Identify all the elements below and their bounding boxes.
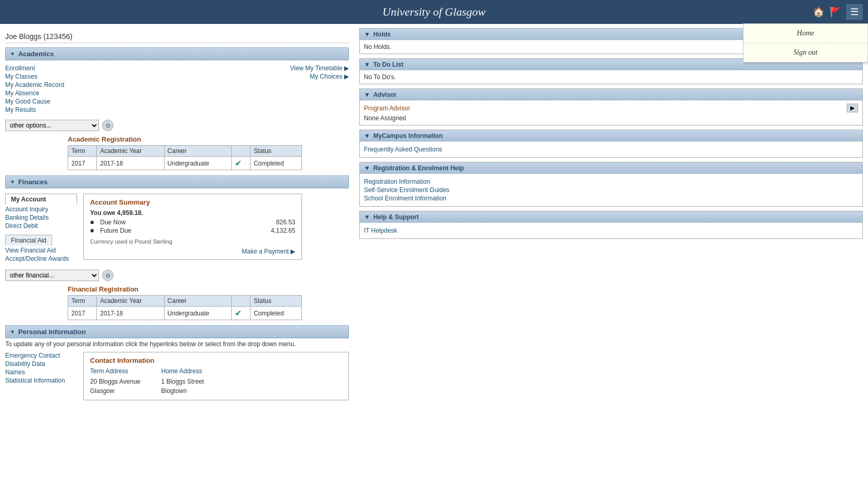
- table-row: 2017 2017-18 Undergraduate ✔ Completed: [68, 307, 302, 320]
- contact-columns: Term Address 20 Bloggs Avenue Glasgow Ho…: [90, 368, 342, 396]
- link-school-enrolment-info[interactable]: School Enrolment Information: [364, 195, 858, 202]
- link-disability-data[interactable]: Disability Data: [5, 360, 78, 368]
- flag-icon-button[interactable]: 🚩: [829, 6, 841, 18]
- link-it-helpdesk[interactable]: IT Helpdesk: [364, 227, 858, 234]
- fin-term: 2017: [68, 307, 97, 320]
- academics-go-button[interactable]: ⊙: [102, 120, 114, 131]
- future-due-label: Future Due: [100, 227, 260, 234]
- advisor-header: ▼ Advisor: [360, 89, 862, 100]
- acad-col-career: Career: [164, 146, 231, 157]
- left-panel: Joe Bloggs (123456) ▼ Academics Enrollme…: [0, 24, 354, 404]
- acad-col-check: [232, 146, 250, 157]
- link-my-classes[interactable]: My Classes: [5, 73, 64, 80]
- academics-label: Academics: [18, 50, 54, 58]
- academics-section: ▼ Academics Enrollment My Classes My Aca…: [5, 47, 349, 170]
- mycampus-header: ▼ MyCampus Information: [360, 130, 862, 142]
- reg-help-arrow: ▼: [364, 164, 370, 172]
- mycampus-label: MyCampus Information: [373, 132, 443, 140]
- fin-col-status: Status: [250, 296, 302, 307]
- link-self-service-enrolment[interactable]: Self-Service Enrolment Guides: [364, 186, 858, 194]
- account-summary-title: Account Summary: [90, 198, 295, 206]
- academic-registration-title: Academic Registration: [68, 135, 302, 143]
- due-now-value: 826.53: [264, 219, 295, 226]
- help-support-arrow: ▼: [364, 213, 370, 221]
- link-good-cause[interactable]: My Good Cause: [5, 98, 64, 105]
- link-my-absence[interactable]: My Absence: [5, 90, 64, 97]
- financial-registration-title: Financial Registration: [68, 285, 302, 293]
- future-due-value: 4,132.65: [264, 227, 295, 234]
- term-address-label[interactable]: Term Address: [90, 368, 141, 375]
- mycampus-arrow: ▼: [364, 132, 370, 140]
- holds-arrow: ▼: [364, 31, 370, 38]
- link-my-results[interactable]: My Results: [5, 106, 64, 113]
- link-registration-info[interactable]: Registration Information: [364, 178, 858, 185]
- academic-registration-container: Academic Registration Term Academic Year…: [68, 135, 302, 170]
- link-my-choices[interactable]: My Choices ▶: [290, 73, 349, 80]
- link-statistical-info[interactable]: Statistical Information: [5, 377, 78, 384]
- advisor-row: Program Advisor ▶: [364, 104, 858, 112]
- hamburger-menu-button[interactable]: ☰: [846, 4, 863, 20]
- tab-financial-aid[interactable]: Financial Aid: [5, 235, 52, 246]
- holds-label: Holds: [373, 31, 391, 38]
- fin-col-check: [232, 296, 250, 307]
- academic-registration-table: Term Academic Year Career Status 2017 20…: [68, 145, 302, 170]
- acad-col-term: Term: [68, 146, 97, 157]
- todo-content: No To Do's.: [364, 73, 396, 81]
- link-enrollment[interactable]: Enrollment: [5, 65, 64, 72]
- home-address-label[interactable]: Home Address: [161, 368, 204, 375]
- personal-section: ▼ Personal Information To update any of …: [5, 325, 349, 400]
- bullet-icon: ■: [90, 219, 94, 226]
- personal-description: To update any of your personal informati…: [5, 340, 349, 348]
- link-banking-details[interactable]: Banking Details: [5, 214, 78, 221]
- fin-col-year: Academic Year: [97, 296, 164, 307]
- finances-go-button[interactable]: ⊙: [102, 270, 114, 281]
- username: Joe Bloggs (123456): [5, 28, 349, 43]
- link-emergency-contact[interactable]: Emergency Contact: [5, 352, 78, 359]
- nav-home[interactable]: Home: [744, 24, 867, 43]
- academics-other-options-select[interactable]: other options...: [5, 120, 99, 131]
- fin-check-icon: ✔: [232, 307, 250, 320]
- advisor-action-button[interactable]: ▶: [847, 104, 858, 112]
- advisor-label: Advisor: [373, 91, 397, 98]
- term-address-column: Term Address 20 Bloggs Avenue Glasgow: [90, 368, 141, 396]
- registration-help-header: ▼ Registration & Enrolment Help: [360, 162, 862, 174]
- academics-other-options-row: other options... ⊙: [5, 120, 349, 131]
- link-account-inquiry[interactable]: Account Inquiry: [5, 206, 78, 213]
- finances-header: ▼ Finances: [5, 175, 349, 188]
- home-address-line2: Blogtown: [161, 386, 204, 396]
- table-row: 2017 2017-18 Undergraduate ✔ Completed: [68, 157, 302, 170]
- tab-my-account[interactable]: My Account: [5, 194, 77, 205]
- link-academic-record[interactable]: My Academic Record: [5, 81, 64, 88]
- home-icon-button[interactable]: 🏠: [813, 6, 824, 18]
- link-view-timetable[interactable]: View My Timetable ▶: [290, 65, 349, 72]
- financial-registration-container: Financial Registration Term Academic Yea…: [68, 285, 302, 320]
- personal-label: Personal Information: [18, 328, 86, 336]
- mycampus-widget: ▼ MyCampus Information Frequently Asked …: [359, 130, 863, 158]
- advisor-arrow: ▼: [364, 91, 370, 98]
- acad-status: Completed: [250, 157, 302, 170]
- link-view-financial-aid[interactable]: View Financial Aid: [5, 247, 78, 254]
- holds-content: No Holds.: [364, 43, 392, 50]
- fin-col-term: Term: [68, 296, 97, 307]
- university-title: University of Glasgow: [383, 5, 486, 18]
- contact-info-box: Contact Information Term Address 20 Blog…: [83, 352, 349, 400]
- link-names[interactable]: Names: [5, 369, 78, 376]
- make-payment-link[interactable]: Make a Payment ▶: [90, 248, 295, 255]
- todo-label: To Do List: [373, 61, 404, 68]
- advisor-widget: ▼ Advisor Program Advisor ▶ None Assigne…: [359, 88, 863, 125]
- future-due-row: ■ Future Due 4,132.65: [90, 227, 295, 234]
- link-accept-decline-awards[interactable]: Accept/Decline Awards: [5, 255, 78, 262]
- academics-header: ▼ Academics: [5, 47, 349, 60]
- nav-signout[interactable]: Sign out: [744, 43, 867, 62]
- finances-other-options-select[interactable]: other financial...: [5, 270, 99, 281]
- help-support-widget: ▼ Help & Support IT Helpdesk: [359, 211, 863, 239]
- due-now-label: Due Now: [100, 219, 260, 226]
- financial-registration-table: Term Academic Year Career Status 2017 20…: [68, 295, 302, 320]
- header-icons: 🏠 🚩 ☰: [813, 4, 863, 20]
- home-address-column: Home Address 1 Bloggs Street Blogtown: [161, 368, 204, 396]
- link-direct-debit[interactable]: Direct Debit: [5, 222, 78, 230]
- link-faq[interactable]: Frequently Asked Questions: [364, 146, 858, 153]
- acad-career: Undergraduate: [164, 157, 231, 170]
- bullet-icon2: ■: [90, 227, 94, 234]
- fin-status: Completed: [250, 307, 302, 320]
